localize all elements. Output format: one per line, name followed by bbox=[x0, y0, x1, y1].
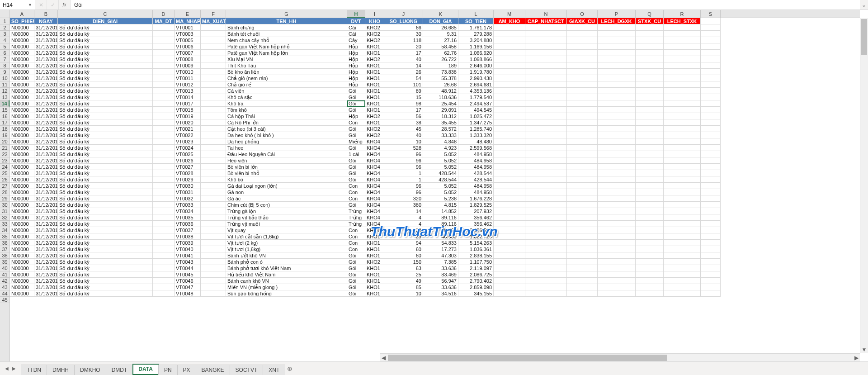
table-cell[interactable]: 31/12/2015 bbox=[34, 107, 58, 113]
table-cell[interactable] bbox=[525, 56, 567, 62]
table-cell[interactable] bbox=[525, 107, 567, 113]
sheet-tab-bangke[interactable]: BANGKE bbox=[196, 365, 230, 375]
table-cell[interactable]: Số dư đầu kỳ bbox=[58, 195, 153, 202]
table-cell[interactable] bbox=[664, 265, 701, 271]
table-cell[interactable]: Bánh canh khô VN bbox=[226, 278, 347, 284]
table-cell[interactable] bbox=[525, 119, 567, 126]
table-cell[interactable] bbox=[525, 157, 567, 164]
table-cell[interactable] bbox=[636, 126, 664, 132]
table-cell[interactable] bbox=[664, 284, 701, 290]
table-cell[interactable]: VT0022 bbox=[175, 132, 201, 138]
table-cell[interactable]: KHO2 bbox=[365, 31, 384, 37]
table-cell[interactable]: Da heo phồng bbox=[226, 138, 347, 145]
table-cell[interactable] bbox=[201, 278, 226, 284]
column-header-G[interactable]: G bbox=[226, 10, 347, 18]
select-all-corner[interactable] bbox=[0, 10, 10, 18]
table-cell[interactable]: N00000 bbox=[10, 56, 34, 62]
table-cell[interactable] bbox=[567, 183, 598, 189]
table-cell[interactable]: Chim cút (Bị 5 con) bbox=[226, 202, 347, 208]
table-cell[interactable] bbox=[701, 145, 721, 151]
table-cell[interactable] bbox=[701, 151, 721, 157]
table-cell[interactable] bbox=[153, 145, 175, 151]
table-cell[interactable]: Bánh phở con ó bbox=[226, 259, 347, 265]
table-cell[interactable]: VT0006 bbox=[175, 43, 201, 50]
table-cell[interactable] bbox=[153, 246, 175, 252]
sheet-tab-soctvt[interactable]: SOCTVT bbox=[230, 365, 264, 375]
table-cell[interactable] bbox=[153, 56, 175, 62]
table-cell[interactable] bbox=[525, 69, 567, 75]
column-header-R[interactable]: R bbox=[664, 10, 701, 18]
table-cell[interactable]: Số dư đầu kỳ bbox=[58, 164, 153, 170]
table-cell[interactable] bbox=[598, 278, 636, 284]
table-cell[interactable]: Số dư đầu kỳ bbox=[58, 126, 153, 132]
table-cell[interactable]: KHO1 bbox=[365, 69, 384, 75]
table-cell[interactable]: 31/12/2015 bbox=[34, 31, 58, 37]
sheet-tab-px[interactable]: PX bbox=[177, 365, 196, 375]
table-cell[interactable]: Nem chua cây nhỏ bbox=[226, 37, 347, 43]
table-cell[interactable]: Con bbox=[347, 240, 365, 246]
table-cell[interactable]: VT0017 bbox=[175, 100, 201, 107]
table-cell[interactable]: 428.544 bbox=[458, 176, 494, 183]
table-cell[interactable] bbox=[598, 107, 636, 113]
table-cell[interactable]: 31/12/2015 bbox=[34, 284, 58, 290]
table-cell[interactable]: KHO1 bbox=[365, 290, 384, 297]
table-cell[interactable]: 1.919.780 bbox=[458, 69, 494, 75]
table-cell[interactable] bbox=[201, 259, 226, 265]
table-cell[interactable] bbox=[598, 88, 636, 94]
table-cell[interactable]: 31/12/2015 bbox=[34, 183, 58, 189]
column-header-S[interactable]: S bbox=[701, 10, 721, 18]
table-cell[interactable]: VT0041 bbox=[175, 252, 201, 259]
table-cell[interactable]: 4.815 bbox=[423, 202, 458, 208]
row-header[interactable]: 25 bbox=[0, 170, 9, 176]
table-cell[interactable]: N00000 bbox=[10, 221, 34, 227]
table-cell[interactable]: Số dư đầu kỳ bbox=[58, 271, 153, 278]
table-cell[interactable]: N00000 bbox=[10, 75, 34, 81]
table-cell[interactable] bbox=[636, 290, 664, 297]
table-cell[interactable]: Thịt Kho Tàu bbox=[226, 62, 347, 69]
scroll-down-arrow-icon[interactable]: ▼ bbox=[860, 346, 868, 353]
table-cell[interactable]: Số dư đầu kỳ bbox=[58, 43, 153, 50]
table-cell[interactable] bbox=[525, 271, 567, 278]
table-cell[interactable]: KHO2 bbox=[365, 132, 384, 138]
table-cell[interactable]: Số dư đầu kỳ bbox=[58, 75, 153, 81]
table-cell[interactable] bbox=[567, 119, 598, 126]
table-cell[interactable]: Gói bbox=[347, 252, 365, 259]
table-cell[interactable] bbox=[598, 271, 636, 278]
table-cell[interactable] bbox=[701, 62, 721, 69]
table-cell[interactable] bbox=[598, 290, 636, 297]
table-cell[interactable] bbox=[636, 43, 664, 50]
table-cell[interactable] bbox=[153, 252, 175, 259]
table-cell[interactable]: KHO1 bbox=[365, 88, 384, 94]
table-cell[interactable] bbox=[636, 265, 664, 271]
table-cell[interactable] bbox=[701, 75, 721, 81]
table-cell[interactable] bbox=[494, 214, 525, 221]
table-cell[interactable]: 73.838 bbox=[423, 69, 458, 75]
table-cell[interactable] bbox=[664, 170, 701, 176]
table-cell[interactable]: Bánh ướt khô VN bbox=[226, 252, 347, 259]
row-header[interactable]: 14 bbox=[0, 100, 9, 107]
table-cell[interactable]: Số dư đầu kỳ bbox=[58, 221, 153, 227]
table-cell[interactable]: VT0034 bbox=[175, 208, 201, 214]
table-cell[interactable] bbox=[701, 37, 721, 43]
table-cell[interactable]: 7.385 bbox=[423, 259, 458, 265]
table-cell[interactable]: KHO4 bbox=[365, 221, 384, 227]
column-header-M[interactable]: M bbox=[494, 10, 525, 18]
table-cell[interactable] bbox=[701, 202, 721, 208]
table-cell[interactable] bbox=[598, 151, 636, 157]
table-cell[interactable]: Bò kho ăn liền bbox=[226, 69, 347, 75]
table-cell[interactable]: Gói bbox=[347, 176, 365, 183]
column-header-B[interactable]: B bbox=[34, 10, 58, 18]
table-cell[interactable] bbox=[567, 50, 598, 56]
table-cell[interactable]: Số dư đầu kỳ bbox=[58, 113, 153, 119]
table-cell[interactable]: KHO1 bbox=[365, 227, 384, 233]
table-cell[interactable] bbox=[664, 50, 701, 56]
row-header[interactable]: 1 bbox=[0, 18, 9, 24]
table-cell[interactable] bbox=[525, 252, 567, 259]
table-cell[interactable]: N00000 bbox=[10, 138, 34, 145]
table-cell[interactable]: 31/12/2015 bbox=[34, 246, 58, 252]
table-cell[interactable]: KHO1 bbox=[365, 43, 384, 50]
table-cell[interactable]: VT0024 bbox=[175, 145, 201, 151]
table-cell[interactable] bbox=[567, 75, 598, 81]
table-cell[interactable] bbox=[153, 100, 175, 107]
table-cell[interactable]: 31/12/2015 bbox=[34, 157, 58, 164]
